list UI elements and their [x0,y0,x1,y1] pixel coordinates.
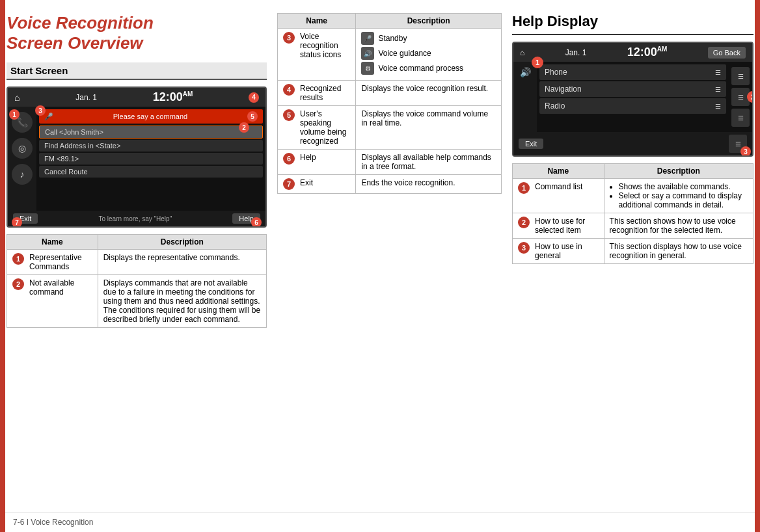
screen-time: 12:00AM [153,90,193,104]
cmd-item-3: Cancel Route [39,166,263,178]
screen-content: 📞 1 ◎ ♪ 3 🎤 Please say a command [8,107,265,211]
help-corner-icon: ☰ 3 [729,135,747,153]
help-left-icons: 🔊 [513,62,537,132]
left-table-col2: Description [98,235,266,250]
help-screen-time: 12:00AM [627,46,668,59]
cmd-list: Call <John Smith> 2 Find Address in <Sta… [39,126,263,178]
screen-help-btn: Help 6 [232,213,260,224]
command-list-desc: Shows the available commands. Select or … [610,182,748,209]
list-item: 🎤 Standby [361,32,496,45]
screen-bottom: Exit 7 To learn more, say "Help" Help 6 [8,211,265,226]
left-red-bar [0,0,5,532]
right-table-col1: Name [513,164,604,179]
menu-icon-1: ☰ [715,69,721,76]
help-top-bar: ⌂ Jan. 1 12:00AM Go Back [513,43,752,62]
right-icon-btn-1: ☰ [731,67,750,85]
help-right-icons: 2 ☰ ☰ ☰ [729,62,752,132]
left-column: Voice RecognitionScreen Overview Start S… [7,13,267,505]
table-row: 7 Exit Ends the voice recognition. [278,175,502,194]
help-content: 🔊 1 Phone ☰ Navigation ☰ Radio ☰ [513,62,752,132]
cmd-item-2: FM <89.1> [39,153,263,165]
badge-5-screen: 5 [247,111,258,122]
table-row: 1 Representative Commands Displays the r… [7,250,267,275]
middle-column: Name Description 3 Voice recognition sta… [277,13,502,505]
right-desc-table: Name Description 1 Command list Shows th… [512,163,753,264]
status-icons-list: 🎤 Standby 🔊 Voice guidance ⚙ Voice comma… [361,32,496,75]
mid-table-col1: Name [278,14,356,29]
right-icon-btn-3: ☰ [731,109,750,127]
right-table-col2: Description [604,164,753,179]
screen-date: Jan. 1 [75,93,97,102]
cmd-item-1: Find Address in <State> [39,140,263,152]
help-menu-radio: Radio ☰ [539,98,726,114]
list-item: Select or say a command to display addit… [619,191,748,209]
table-row: 3 How to use in general This section dis… [513,239,753,264]
list-item: 🔊 Voice guidance [361,47,496,60]
help-bottom: Exit ☰ 3 [513,132,752,155]
page-title: Voice RecognitionScreen Overview [7,13,267,53]
help-exit-btn[interactable]: Exit [519,139,543,149]
right-red-bar [755,0,760,532]
middle-desc-table: Name Description 3 Voice recognition sta… [277,13,502,194]
badge-7-screen: 7 [12,217,22,228]
table-row: 5 User's speaking volume being recognize… [278,106,502,150]
nav-icon-btn: ◎ [12,138,33,159]
table-row: 2 How to use for selected item This sect… [513,213,753,239]
screen-top-bar: ⌂ Jan. 1 12:00AM 4 [8,88,265,107]
process-icon: ⚙ [361,62,374,75]
table-row: 1 Command list Shows the available comma… [513,179,753,213]
screen-exit-btn: Exit 7 [13,213,38,224]
left-desc-table: Name Description 1 Representative Comman… [7,234,267,328]
help-menu-phone: Phone ☰ [539,64,726,80]
start-screen-heading: Start Screen [7,62,267,80]
help-display-title: Help Display [512,13,753,35]
help-screen-mockup: ⌂ Jan. 1 12:00AM Go Back 🔊 1 Phone ☰ [512,42,753,157]
table-row: 4 Recognized results Displays the voice … [278,81,502,106]
badge-1-help: 1 [532,57,543,68]
screen-main: 3 🎤 Please say a command 5 Call <John Sm… [36,107,265,211]
left-table-col1: Name [7,235,98,250]
table-row: 2 Not available command Displays command… [7,275,267,328]
list-item: ⚙ Voice command process [361,62,496,75]
mid-table-col2: Description [356,14,502,29]
help-menu-navigation: Navigation ☰ [539,81,726,97]
page-footer: 7-6 I Voice Recognition [0,512,760,532]
badge-4-label: 4 [249,92,259,103]
standby-icon: 🎤 [361,32,374,45]
right-column: Help Display ⌂ Jan. 1 12:00AM Go Back 🔊 … [512,13,753,505]
list-item: Shows the available commands. [619,182,748,191]
help-menu: 1 Phone ☰ Navigation ☰ Radio ☰ [537,62,729,132]
home-icon: ⌂ [14,92,20,103]
table-row: 6 Help Displays all available help comma… [278,150,502,175]
menu-icon-2: ☰ [715,86,721,93]
cmd-item-0: Call <John Smith> 2 [39,126,263,139]
help-home-icon: ⌂ [520,48,524,57]
table-row: 3 Voice recognition status icons 🎤 Stand… [278,29,502,81]
help-screen-date: Jan. 1 [565,48,587,57]
badge-6-screen: 6 [251,217,262,228]
menu-icon-3: ☰ [715,103,721,110]
screen-left-icons: 📞 1 ◎ ♪ [8,107,36,211]
cmd-bar: 3 🎤 Please say a command 5 [39,109,263,124]
music-icon-btn: ♪ [12,164,33,185]
screen-help-hint: To learn more, say "Help" [99,215,172,222]
phone-icon-btn: 📞 1 [12,112,33,133]
guidance-icon: 🔊 [361,47,374,60]
help-go-back-btn[interactable]: Go Back [708,47,746,59]
start-screen-mockup: ⌂ Jan. 1 12:00AM 4 📞 1 ◎ ♪ [7,86,267,228]
badge-2-screen: 2 [239,122,249,133]
speaker-icon: 🔊 [520,67,531,77]
badge-3-help: 3 [740,146,751,157]
